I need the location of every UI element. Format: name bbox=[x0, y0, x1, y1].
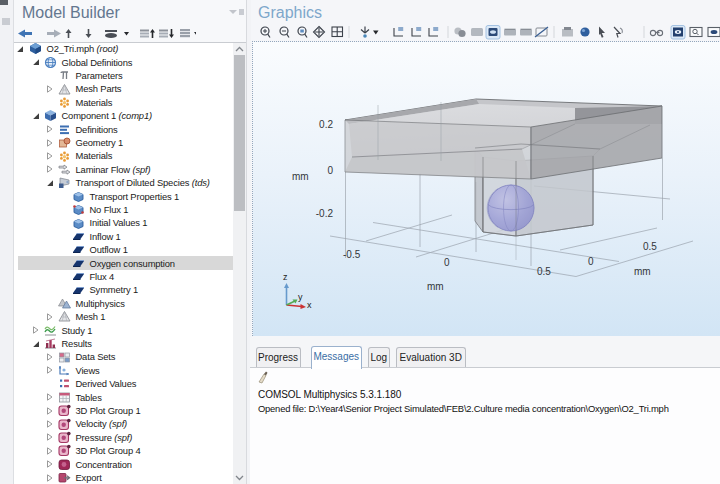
svg-text:x: x bbox=[307, 300, 312, 310]
svg-text:0.2: 0.2 bbox=[319, 119, 333, 130]
svg-text:z: z bbox=[283, 272, 288, 282]
svg-text:0: 0 bbox=[327, 165, 333, 176]
svg-text:0.5: 0.5 bbox=[537, 266, 551, 277]
svg-text:0: 0 bbox=[588, 256, 594, 267]
svg-text:mm: mm bbox=[292, 171, 309, 182]
svg-text:-0.5: -0.5 bbox=[343, 249, 361, 260]
svg-text:-0.2: -0.2 bbox=[316, 208, 334, 219]
svg-text:0: 0 bbox=[444, 257, 450, 268]
svg-text:y: y bbox=[298, 292, 303, 302]
svg-text:mm: mm bbox=[427, 281, 444, 292]
svg-text:0.5: 0.5 bbox=[643, 241, 657, 252]
svg-text:mm: mm bbox=[634, 266, 651, 277]
